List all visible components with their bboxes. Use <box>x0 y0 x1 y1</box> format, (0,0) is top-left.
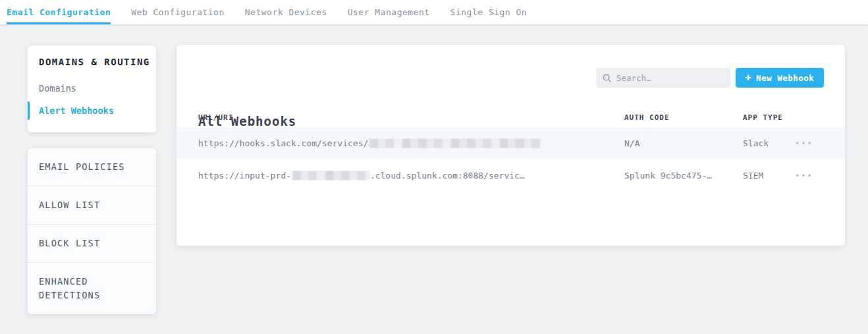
sidebar-item-block-list[interactable]: BLOCK LIST <box>28 225 156 263</box>
sidebar-item-enhanced-detections[interactable]: ENHANCED DETECTIONS <box>28 263 156 314</box>
sidebar-item-alert-webhooks[interactable]: Alert Webhooks <box>28 102 156 119</box>
redacted-url-segment <box>369 138 541 148</box>
tab-email-configuration[interactable]: Email Configuration <box>7 0 111 24</box>
search-icon <box>603 74 611 82</box>
new-webhook-button[interactable]: + New Webhook <box>736 68 824 88</box>
url-text-suffix: .cloud.splunk.com:8088/servic… <box>370 171 525 181</box>
tab-web-configuration[interactable]: Web Configuration <box>131 0 225 24</box>
webhooks-panel: All Webhooks + New Webhook URL/URI AUTH … <box>176 45 845 246</box>
search-input[interactable] <box>616 73 724 83</box>
search-box <box>596 68 730 88</box>
sidebar-item-domains[interactable]: Domains <box>28 80 156 97</box>
sidebar-item-email-policies[interactable]: EMAIL POLICIES <box>28 148 156 186</box>
tab-single-sign-on[interactable]: Single Sign On <box>450 0 528 24</box>
url-cell: https://input-prd-.cloud.splunk.com:8088… <box>198 171 624 181</box>
tab-network-devices[interactable]: Network Devices <box>245 0 327 24</box>
table-row: https://hooks.slack.com/services/ N/A Sl… <box>176 127 845 159</box>
table-header: URL/URI AUTH CODE APP TYPE <box>176 107 845 127</box>
url-text: https://input-prd- <box>198 171 291 181</box>
url-cell: https://hooks.slack.com/services/ <box>198 138 624 148</box>
sidebar-sections: EMAIL POLICIES ALLOW LIST BLOCK LIST ENH… <box>28 148 156 314</box>
top-nav: Email Configuration Web Configuration Ne… <box>0 0 868 24</box>
app-type-cell: SIEM <box>743 171 795 181</box>
table-body: https://hooks.slack.com/services/ N/A Sl… <box>176 127 845 192</box>
sidebar-heading-domains-routing: DOMAINS & ROUTING <box>28 57 156 67</box>
active-indicator-bar <box>28 101 30 120</box>
column-header-auth-code: AUTH CODE <box>624 113 743 122</box>
redacted-url-segment <box>292 171 370 181</box>
auth-code-cell: Splunk 9c5bc475-… <box>624 171 743 181</box>
url-text: https://hooks.slack.com/services/ <box>198 138 368 148</box>
new-webhook-button-label: New Webhook <box>756 73 814 83</box>
table-row: https://input-prd-.cloud.splunk.com:8088… <box>176 159 845 192</box>
row-actions-menu-icon[interactable]: ••• <box>795 171 813 181</box>
row-actions-menu-icon[interactable]: ••• <box>795 139 813 148</box>
plus-icon: + <box>746 73 752 83</box>
app-type-cell: Slack <box>743 138 795 148</box>
sidebar-domains-routing: DOMAINS & ROUTING Domains Alert Webhooks <box>28 45 156 132</box>
auth-code-cell: N/A <box>624 138 743 148</box>
tab-user-management[interactable]: User Management <box>348 0 430 24</box>
column-header-app-type: APP TYPE <box>743 113 795 122</box>
sidebar-item-allow-list[interactable]: ALLOW LIST <box>28 186 156 225</box>
sidebar-item-label: Alert Webhooks <box>39 105 114 116</box>
column-header-url: URL/URI <box>198 113 624 122</box>
